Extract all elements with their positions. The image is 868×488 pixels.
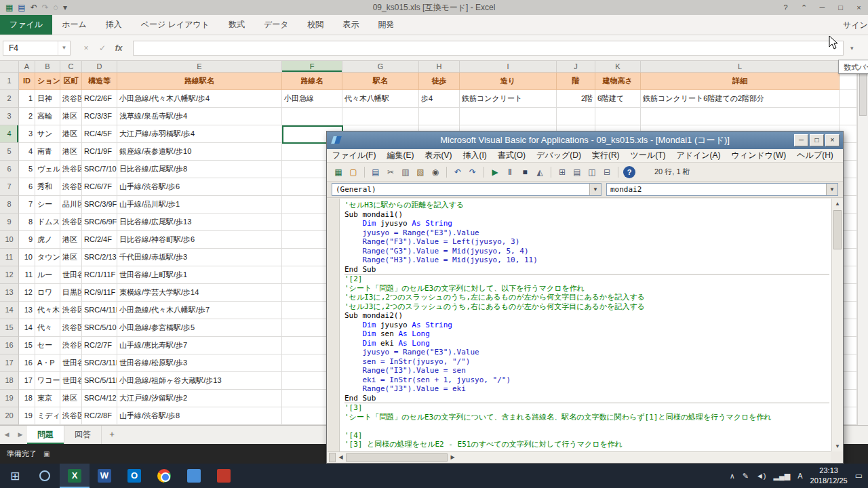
column-header-L[interactable]: L	[641, 61, 840, 73]
cell-E19[interactable]: 大江戸線/汐留駅/歩2	[117, 390, 282, 407]
help-icon[interactable]: ?	[623, 166, 635, 178]
copy-icon[interactable]: ▥	[399, 166, 412, 178]
code-line[interactable]: Dim jyusyo As String	[344, 219, 829, 228]
cell-L1[interactable]: 詳細	[641, 73, 840, 90]
taskbar-chrome[interactable]	[149, 464, 179, 488]
speaker-icon[interactable]: ◄)	[756, 472, 766, 480]
code-line[interactable]: '[4]	[344, 431, 829, 441]
cell-H1[interactable]: 徒歩	[419, 73, 460, 90]
cell-C6[interactable]: 渋谷区	[60, 161, 82, 178]
code-line[interactable]: Dim eki As Long	[344, 339, 829, 348]
cell-B17[interactable]: A・P	[35, 354, 60, 372]
redo-icon[interactable]: ↷	[42, 3, 49, 12]
cell-C2[interactable]: 渋谷区	[60, 90, 82, 108]
split-handle[interactable]	[329, 453, 336, 462]
cell-C20[interactable]: 渋谷区	[60, 407, 82, 425]
cell-B7[interactable]: 秀和	[35, 178, 60, 196]
sheet-tab-問題[interactable]: 問題	[27, 426, 64, 444]
cell-C17[interactable]: 世田谷区	[60, 354, 82, 372]
taskbar-clock[interactable]: 23:13 2018/12/25	[810, 466, 848, 486]
row-header-12[interactable]: 12	[0, 266, 19, 284]
cell-B8[interactable]: シー	[35, 196, 60, 214]
code-line[interactable]: Range("I3").Value = sen	[344, 366, 829, 375]
column-header-B[interactable]: B	[35, 61, 60, 73]
vba-scrollbar-thumb[interactable]	[833, 210, 842, 249]
cell-A18[interactable]: 17	[19, 372, 35, 390]
cell-B6[interactable]: ヴェル	[35, 161, 60, 178]
cell-F1[interactable]: 路線名	[282, 73, 342, 90]
column-header-C[interactable]: C	[60, 61, 82, 73]
cell-B13[interactable]: ロワ	[35, 284, 60, 302]
ribbon-tab-数式[interactable]: 数式	[219, 15, 254, 35]
row-header-19[interactable]: 19	[0, 390, 19, 407]
formula-input[interactable]	[133, 41, 844, 56]
cell-C9[interactable]: 渋谷区	[60, 214, 82, 231]
taskbar-excel[interactable]: X	[60, 464, 90, 488]
cell-B15[interactable]: 代々	[35, 319, 60, 337]
cell-D10[interactable]: RC/2/4F	[82, 231, 117, 249]
scroll-left-icon[interactable]: ◀	[336, 454, 346, 460]
object-dropdown-arrow-icon[interactable]: ▼	[589, 184, 601, 195]
scroll-right-icon[interactable]: ▶	[448, 454, 458, 460]
cell-G3[interactable]	[342, 108, 419, 125]
sheet-nav-prev-icon[interactable]: ◀	[0, 426, 14, 444]
run-icon[interactable]: ▶	[489, 166, 501, 178]
find-icon[interactable]: ◉	[429, 166, 441, 178]
cell-D13[interactable]: RC/9/11F	[82, 284, 117, 302]
ribbon-tab-ホーム[interactable]: ホーム	[52, 15, 96, 35]
cell-E7[interactable]: 山手線/渋谷駅/歩6	[117, 178, 282, 196]
cell-C11[interactable]: 港区	[60, 249, 82, 266]
row-header-16[interactable]: 16	[0, 337, 19, 354]
code-line[interactable]: sen = InStr(jyusyo, "/")	[344, 357, 829, 367]
cell-B4[interactable]: サン	[35, 125, 60, 143]
cell-D12[interactable]: RC/1/11F	[82, 266, 117, 284]
cell-D9[interactable]: SRC/6/9F	[82, 214, 117, 231]
cell-E16[interactable]: 山手線/恵比寿駅/歩7	[117, 337, 282, 354]
cell-A10[interactable]: 9	[19, 231, 35, 249]
cell-A7[interactable]: 6	[19, 178, 35, 196]
save-icon[interactable]: ▤	[370, 166, 382, 178]
vba-menu-ウィンドウ(W)[interactable]: ウィンドウ(W)	[726, 150, 792, 161]
minimize-icon[interactable]: ─	[813, 0, 831, 15]
break-icon[interactable]: Ⅱ	[504, 166, 516, 178]
help-icon[interactable]: ?	[776, 0, 795, 15]
code-line[interactable]: '[3]	[344, 403, 829, 413]
name-box[interactable]: F4 ▼	[3, 41, 71, 56]
row-header-1[interactable]: 1	[0, 73, 19, 90]
column-header-J[interactable]: J	[557, 61, 595, 73]
cell-K1[interactable]: 建物高さ	[595, 73, 641, 90]
cell-E17[interactable]: 世田谷線/松原駅/歩3	[117, 354, 282, 372]
cell-B12[interactable]: ルー	[35, 266, 60, 284]
code-pane[interactable]: 'セルH3に駅からの距離を記入するSub mondai1() Dim jyusy…	[328, 199, 842, 451]
cell-F2[interactable]: 小田急線	[282, 90, 342, 108]
properties-icon[interactable]: ▤	[571, 166, 583, 178]
cell-C7[interactable]: 渋谷区	[60, 178, 82, 196]
cell-E4[interactable]: 大江戸線/赤羽橋駅/歩4	[117, 125, 282, 143]
code-line[interactable]: 'シート「問題」のセルE3の文字列について、含まれる路線名、駅名の文字数に関わら…	[344, 413, 829, 422]
cell-D11[interactable]: SRC/2/13F	[82, 249, 117, 266]
row-header-10[interactable]: 10	[0, 231, 19, 249]
taskbar-app-red[interactable]	[209, 464, 239, 488]
cell-J1[interactable]: 階	[557, 73, 595, 90]
scrollbar-thumb[interactable]	[859, 68, 867, 116]
qat-dropdown-icon[interactable]: ▾	[63, 3, 67, 12]
cell-A14[interactable]: 13	[19, 302, 35, 319]
taskbar-word[interactable]: W	[90, 464, 119, 488]
name-box-dropdown-icon[interactable]: ▼	[58, 41, 70, 55]
sheet-nav-next-icon[interactable]: ▶	[14, 426, 27, 444]
cut-icon[interactable]: ✂	[384, 166, 397, 178]
ribbon-tab-校閲[interactable]: 校閲	[298, 15, 334, 35]
cell-E14[interactable]: 小田急線/代々木八幡駅/歩7	[117, 302, 282, 319]
column-header-H[interactable]: H	[419, 61, 460, 73]
row-header-6[interactable]: 6	[0, 161, 19, 178]
code-line[interactable]: Range("J3").Value = eki	[344, 384, 829, 394]
cell-B16[interactable]: セー	[35, 337, 60, 354]
row-header-2[interactable]: 2	[0, 90, 19, 108]
cell-E9[interactable]: 日比谷線/広尾駅/歩13	[117, 214, 282, 231]
cell-A17[interactable]: 16	[19, 354, 35, 372]
cell-B10[interactable]: 虎ノ	[35, 231, 60, 249]
toolbox-icon[interactable]: ⊟	[601, 166, 613, 178]
row-header-20[interactable]: 20	[0, 407, 19, 425]
cell-D7[interactable]: RC/6/7F	[82, 178, 117, 196]
ribbon-tab-ページ レイアウト[interactable]: ページ レイアウト	[132, 15, 219, 35]
